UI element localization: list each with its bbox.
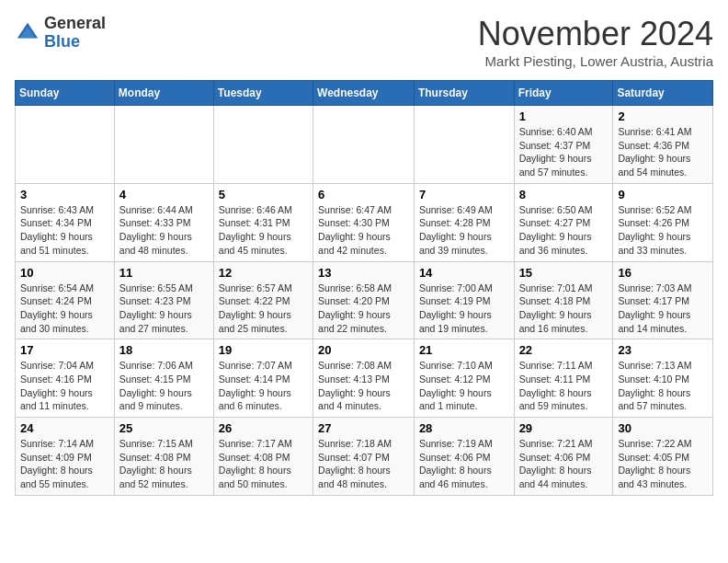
calendar-cell <box>16 106 115 184</box>
calendar-cell: 2Sunrise: 6:41 AM Sunset: 4:36 PM Daylig… <box>613 106 713 184</box>
calendar-cell: 21Sunrise: 7:10 AM Sunset: 4:12 PM Dayli… <box>414 339 514 418</box>
calendar-cell: 7Sunrise: 6:49 AM Sunset: 4:28 PM Daylig… <box>414 183 514 261</box>
day-number: 24 <box>20 421 109 435</box>
day-info: Sunrise: 7:19 AM Sunset: 4:06 PM Dayligh… <box>419 437 509 491</box>
weekday-header: Monday <box>114 81 213 106</box>
location-subtitle: Markt Piesting, Lower Austria, Austria <box>478 53 713 69</box>
day-number: 27 <box>318 421 409 435</box>
calendar-week-row: 3Sunrise: 6:43 AM Sunset: 4:34 PM Daylig… <box>16 183 713 261</box>
calendar-cell: 11Sunrise: 6:55 AM Sunset: 4:23 PM Dayli… <box>114 261 213 339</box>
logo: General Blue <box>15 15 106 52</box>
calendar-cell <box>213 106 313 184</box>
day-info: Sunrise: 7:06 AM Sunset: 4:15 PM Dayligh… <box>119 359 209 413</box>
day-number: 8 <box>519 188 609 201</box>
calendar-week-row: 17Sunrise: 7:04 AM Sunset: 4:16 PM Dayli… <box>16 339 713 418</box>
day-info: Sunrise: 7:22 AM Sunset: 4:05 PM Dayligh… <box>618 437 708 491</box>
calendar-cell: 10Sunrise: 6:54 AM Sunset: 4:24 PM Dayli… <box>16 261 115 339</box>
day-number: 12 <box>219 266 308 280</box>
day-info: Sunrise: 6:41 AM Sunset: 4:36 PM Dayligh… <box>618 125 708 179</box>
day-number: 30 <box>618 421 708 435</box>
day-number: 28 <box>419 421 509 435</box>
day-info: Sunrise: 7:14 AM Sunset: 4:09 PM Dayligh… <box>20 437 109 491</box>
day-number: 5 <box>219 188 308 201</box>
calendar-cell: 20Sunrise: 7:08 AM Sunset: 4:13 PM Dayli… <box>313 339 415 418</box>
day-info: Sunrise: 6:55 AM Sunset: 4:23 PM Dayligh… <box>119 282 209 336</box>
day-number: 2 <box>618 109 708 123</box>
logo-general: General <box>44 14 106 32</box>
day-number: 4 <box>119 188 209 201</box>
day-number: 21 <box>419 343 509 357</box>
calendar-cell: 12Sunrise: 6:57 AM Sunset: 4:22 PM Dayli… <box>213 261 313 339</box>
calendar-week-row: 24Sunrise: 7:14 AM Sunset: 4:09 PM Dayli… <box>16 418 713 496</box>
day-info: Sunrise: 6:50 AM Sunset: 4:27 PM Dayligh… <box>519 203 609 258</box>
calendar-cell: 26Sunrise: 7:17 AM Sunset: 4:08 PM Dayli… <box>213 418 313 496</box>
calendar-cell: 9Sunrise: 6:52 AM Sunset: 4:26 PM Daylig… <box>613 183 713 261</box>
day-info: Sunrise: 7:03 AM Sunset: 4:17 PM Dayligh… <box>618 282 708 336</box>
day-number: 23 <box>618 343 708 357</box>
calendar-cell: 29Sunrise: 7:21 AM Sunset: 4:06 PM Dayli… <box>514 418 613 496</box>
day-info: Sunrise: 7:11 AM Sunset: 4:11 PM Dayligh… <box>519 359 609 413</box>
calendar-cell <box>114 106 213 184</box>
day-info: Sunrise: 6:47 AM Sunset: 4:30 PM Dayligh… <box>318 203 409 258</box>
calendar-week-row: 1Sunrise: 6:40 AM Sunset: 4:37 PM Daylig… <box>16 106 713 184</box>
day-number: 13 <box>318 266 409 280</box>
day-number: 16 <box>618 266 708 280</box>
day-info: Sunrise: 7:17 AM Sunset: 4:08 PM Dayligh… <box>219 437 308 491</box>
day-number: 11 <box>119 266 209 280</box>
calendar-cell: 4Sunrise: 6:44 AM Sunset: 4:33 PM Daylig… <box>114 183 213 261</box>
day-info: Sunrise: 7:08 AM Sunset: 4:13 PM Dayligh… <box>318 359 409 413</box>
calendar-week-row: 10Sunrise: 6:54 AM Sunset: 4:24 PM Dayli… <box>16 261 713 339</box>
day-number: 7 <box>419 188 509 201</box>
calendar-cell: 14Sunrise: 7:00 AM Sunset: 4:19 PM Dayli… <box>414 261 514 339</box>
day-info: Sunrise: 7:01 AM Sunset: 4:18 PM Dayligh… <box>519 282 609 336</box>
calendar-cell: 13Sunrise: 6:58 AM Sunset: 4:20 PM Dayli… <box>313 261 415 339</box>
day-number: 6 <box>318 188 409 201</box>
day-info: Sunrise: 7:18 AM Sunset: 4:07 PM Dayligh… <box>318 437 409 491</box>
weekday-header: Friday <box>514 81 613 106</box>
day-number: 10 <box>20 266 109 280</box>
calendar-cell: 27Sunrise: 7:18 AM Sunset: 4:07 PM Dayli… <box>313 418 415 496</box>
calendar-cell: 23Sunrise: 7:13 AM Sunset: 4:10 PM Dayli… <box>613 339 713 418</box>
calendar-cell <box>313 106 415 184</box>
day-info: Sunrise: 7:07 AM Sunset: 4:14 PM Dayligh… <box>219 359 308 413</box>
day-info: Sunrise: 6:57 AM Sunset: 4:22 PM Dayligh… <box>219 282 308 336</box>
day-info: Sunrise: 6:46 AM Sunset: 4:31 PM Dayligh… <box>219 203 308 258</box>
logo-blue: Blue <box>44 32 80 51</box>
calendar-cell: 24Sunrise: 7:14 AM Sunset: 4:09 PM Dayli… <box>16 418 115 496</box>
day-number: 17 <box>20 343 109 357</box>
day-number: 14 <box>419 266 509 280</box>
day-number: 1 <box>519 109 609 123</box>
title-block: November 2024 Markt Piesting, Lower Aust… <box>478 15 713 69</box>
calendar-cell: 16Sunrise: 7:03 AM Sunset: 4:17 PM Dayli… <box>613 261 713 339</box>
weekday-header: Thursday <box>414 81 514 106</box>
day-info: Sunrise: 6:54 AM Sunset: 4:24 PM Dayligh… <box>20 282 109 336</box>
calendar-cell: 25Sunrise: 7:15 AM Sunset: 4:08 PM Dayli… <box>114 418 213 496</box>
day-number: 9 <box>618 188 708 201</box>
calendar-cell <box>414 106 514 184</box>
day-info: Sunrise: 6:43 AM Sunset: 4:34 PM Dayligh… <box>20 203 109 258</box>
weekday-header: Sunday <box>16 81 115 106</box>
month-title: November 2024 <box>478 15 713 53</box>
day-number: 18 <box>119 343 209 357</box>
weekday-header: Saturday <box>613 81 713 106</box>
day-info: Sunrise: 6:40 AM Sunset: 4:37 PM Dayligh… <box>519 125 609 179</box>
calendar-cell: 22Sunrise: 7:11 AM Sunset: 4:11 PM Dayli… <box>514 339 613 418</box>
day-info: Sunrise: 6:52 AM Sunset: 4:26 PM Dayligh… <box>618 203 708 258</box>
day-info: Sunrise: 6:58 AM Sunset: 4:20 PM Dayligh… <box>318 282 409 336</box>
calendar-cell: 6Sunrise: 6:47 AM Sunset: 4:30 PM Daylig… <box>313 183 415 261</box>
weekday-header: Tuesday <box>213 81 313 106</box>
calendar-cell: 3Sunrise: 6:43 AM Sunset: 4:34 PM Daylig… <box>16 183 115 261</box>
logo-text: General Blue <box>44 15 106 52</box>
weekday-header: Wednesday <box>313 81 415 106</box>
day-number: 25 <box>119 421 209 435</box>
calendar-header-row: SundayMondayTuesdayWednesdayThursdayFrid… <box>16 81 713 106</box>
page-header: General Blue November 2024 Markt Piestin… <box>15 15 713 69</box>
calendar-cell: 28Sunrise: 7:19 AM Sunset: 4:06 PM Dayli… <box>414 418 514 496</box>
calendar-cell: 8Sunrise: 6:50 AM Sunset: 4:27 PM Daylig… <box>514 183 613 261</box>
day-info: Sunrise: 6:44 AM Sunset: 4:33 PM Dayligh… <box>119 203 209 258</box>
day-info: Sunrise: 6:49 AM Sunset: 4:28 PM Dayligh… <box>419 203 509 258</box>
calendar-table: SundayMondayTuesdayWednesdayThursdayFrid… <box>15 80 713 496</box>
calendar-cell: 15Sunrise: 7:01 AM Sunset: 4:18 PM Dayli… <box>514 261 613 339</box>
calendar-cell: 1Sunrise: 6:40 AM Sunset: 4:37 PM Daylig… <box>514 106 613 184</box>
day-number: 19 <box>219 343 308 357</box>
